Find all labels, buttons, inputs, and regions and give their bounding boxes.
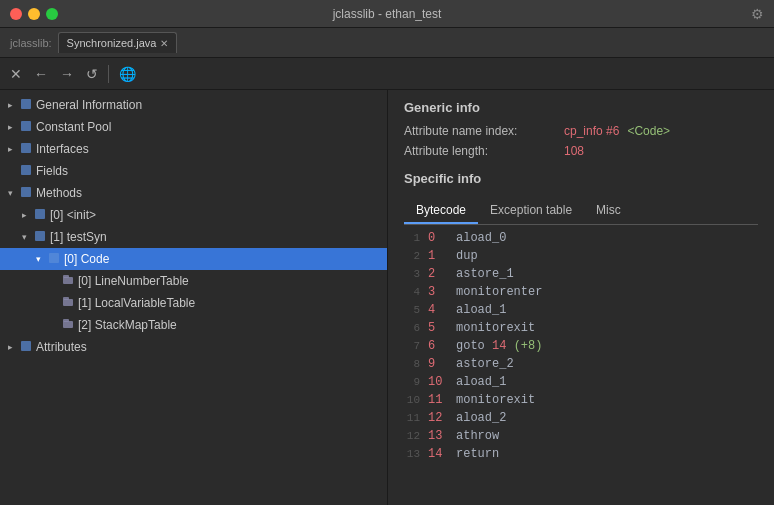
svg-rect-7 bbox=[49, 253, 59, 263]
node-icon bbox=[20, 142, 32, 156]
attribute-name-suffix: <Code> bbox=[627, 124, 670, 138]
tree-item-attributes[interactable]: ▸Attributes bbox=[0, 336, 387, 358]
reload-button[interactable]: ↺ bbox=[82, 64, 102, 84]
svg-rect-10 bbox=[63, 299, 73, 306]
bytecode-instruction: monitorexit bbox=[456, 321, 535, 335]
bytecode-instruction: aload_2 bbox=[456, 411, 506, 425]
code-line: 54aload_1 bbox=[396, 303, 766, 321]
tree-arrow: ▸ bbox=[22, 210, 34, 220]
code-line: 1011monitorexit bbox=[396, 393, 766, 411]
code-line: 10aload_0 bbox=[396, 231, 766, 249]
node-icon bbox=[62, 274, 74, 288]
tree-item-methods[interactable]: ▾Methods bbox=[0, 182, 387, 204]
node-icon bbox=[20, 186, 32, 200]
tree-arrow: ▾ bbox=[22, 232, 34, 242]
bytecode-number: 2 bbox=[428, 267, 448, 281]
svg-rect-13 bbox=[63, 319, 69, 322]
tree-item-code[interactable]: ▾[0] Code bbox=[0, 248, 387, 270]
node-icon bbox=[20, 340, 32, 354]
tree-item-label: [0] Code bbox=[64, 252, 109, 266]
tree-item-label: [0] <init> bbox=[50, 208, 96, 222]
bytecode-instruction: aload_1 bbox=[456, 375, 506, 389]
bytecode-number: 10 bbox=[428, 375, 448, 389]
svg-rect-9 bbox=[63, 275, 69, 278]
goto-target: 14 bbox=[492, 339, 506, 353]
bytecode-number: 9 bbox=[428, 357, 448, 371]
tree-arrow: ▸ bbox=[8, 144, 20, 154]
back-button[interactable]: ← bbox=[30, 64, 52, 84]
svg-rect-4 bbox=[21, 187, 31, 197]
bytecode-number: 14 bbox=[428, 447, 448, 461]
minimize-button[interactable] bbox=[28, 8, 40, 20]
bytecode-instruction: monitorexit bbox=[456, 393, 535, 407]
code-line: 89astore_2 bbox=[396, 357, 766, 375]
close-button[interactable] bbox=[10, 8, 22, 20]
node-icon bbox=[34, 208, 46, 222]
tree-item-localVariableTable[interactable]: [1] LocalVariableTable bbox=[0, 292, 387, 314]
code-line: 910aload_1 bbox=[396, 375, 766, 393]
node-icon bbox=[48, 252, 60, 266]
tree-arrow: ▾ bbox=[8, 188, 20, 198]
traffic-lights bbox=[10, 8, 58, 20]
toolbar: ✕ ← → ↺ 🌐 bbox=[0, 58, 774, 90]
file-tab[interactable]: Synchronized.java ✕ bbox=[58, 32, 178, 53]
line-number: 13 bbox=[396, 448, 420, 460]
tab-close-button[interactable]: ✕ bbox=[160, 38, 168, 49]
tree-item-constant-pool[interactable]: ▸Constant Pool bbox=[0, 116, 387, 138]
forward-button[interactable]: → bbox=[56, 64, 78, 84]
bytecode-instruction: return bbox=[456, 447, 499, 461]
tree-item-interfaces[interactable]: ▸Interfaces bbox=[0, 138, 387, 160]
tree-item-label: [0] LineNumberTable bbox=[78, 274, 189, 288]
code-line: 1112aload_2 bbox=[396, 411, 766, 429]
content-tab-misc[interactable]: Misc bbox=[584, 198, 633, 224]
goto-offset: (+8) bbox=[514, 339, 543, 353]
bytecode-instruction: aload_1 bbox=[456, 303, 506, 317]
window-title: jclasslib - ethan_test bbox=[333, 7, 442, 21]
svg-rect-11 bbox=[63, 297, 69, 300]
line-number: 2 bbox=[396, 250, 420, 262]
line-number: 3 bbox=[396, 268, 420, 280]
tree-item-label: [1] testSyn bbox=[50, 230, 107, 244]
tree-item-stackMapTable[interactable]: [2] StackMapTable bbox=[0, 314, 387, 336]
node-icon bbox=[34, 230, 46, 244]
generic-info-title: Generic info bbox=[388, 90, 774, 121]
titlebar: jclasslib - ethan_test ⚙ bbox=[0, 0, 774, 28]
svg-rect-6 bbox=[35, 231, 45, 241]
code-line: 43monitorenter bbox=[396, 285, 766, 303]
svg-rect-14 bbox=[21, 341, 31, 351]
tree-item-label: [2] StackMapTable bbox=[78, 318, 177, 332]
tree-item-testSyn[interactable]: ▾[1] testSyn bbox=[0, 226, 387, 248]
content-tab-exception-table[interactable]: Exception table bbox=[478, 198, 584, 224]
attribute-name-row: Attribute name index: cp_info #6 <Code> bbox=[388, 121, 774, 141]
line-number: 11 bbox=[396, 412, 420, 424]
node-icon bbox=[62, 296, 74, 310]
close-toolbar-button[interactable]: ✕ bbox=[6, 64, 26, 84]
tree-item-fields[interactable]: Fields bbox=[0, 160, 387, 182]
settings-button[interactable]: ⚙ bbox=[751, 6, 764, 22]
tree-item-label: Constant Pool bbox=[36, 120, 111, 134]
content-tab-bytecode[interactable]: Bytecode bbox=[404, 198, 478, 224]
tree-item-lineNumberTable[interactable]: [0] LineNumberTable bbox=[0, 270, 387, 292]
bytecode-instruction: athrow bbox=[456, 429, 499, 443]
maximize-button[interactable] bbox=[46, 8, 58, 20]
tree-item-general[interactable]: ▸General Information bbox=[0, 94, 387, 116]
node-icon bbox=[20, 120, 32, 134]
attribute-length-row: Attribute length: 108 bbox=[388, 141, 774, 161]
line-number: 7 bbox=[396, 340, 420, 352]
bytecode-number: 12 bbox=[428, 411, 448, 425]
tree-panel: ▸General Information▸Constant Pool▸Inter… bbox=[0, 90, 388, 505]
attribute-length-value: 108 bbox=[564, 144, 584, 158]
bytecode-number: 5 bbox=[428, 321, 448, 335]
tree-arrow: ▸ bbox=[8, 342, 20, 352]
bytecode-number: 4 bbox=[428, 303, 448, 317]
tree-item-init[interactable]: ▸[0] <init> bbox=[0, 204, 387, 226]
attribute-name-label: Attribute name index: bbox=[404, 124, 564, 138]
line-number: 8 bbox=[396, 358, 420, 370]
home-button[interactable]: 🌐 bbox=[115, 64, 140, 84]
svg-rect-2 bbox=[21, 143, 31, 153]
toolbar-separator bbox=[108, 65, 109, 83]
line-number: 6 bbox=[396, 322, 420, 334]
code-area: 10aload_021dup32astore_143monitorenter54… bbox=[388, 225, 774, 505]
code-line: 65monitorexit bbox=[396, 321, 766, 339]
bytecode-number: 3 bbox=[428, 285, 448, 299]
